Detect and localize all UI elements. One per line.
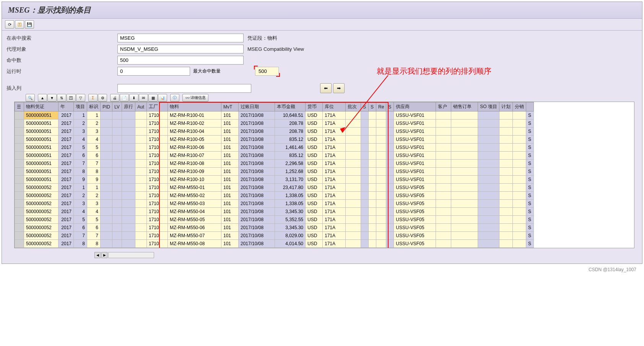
cell: USSU-VSF05: [394, 192, 436, 200]
proxy-input[interactable]: [117, 45, 244, 53]
filter-icon[interactable]: ▽: [76, 94, 85, 102]
row-selector[interactable]: [15, 112, 24, 120]
export-icon[interactable]: 📄: [120, 94, 129, 102]
col-header[interactable]: 标识: [87, 102, 101, 112]
table-row[interactable]: 50000000512017331710MZ-RM-R100-041012017…: [15, 128, 534, 136]
max-hit-value[interactable]: 500: [255, 67, 279, 76]
detail-button[interactable]: 👓 详细信息: [182, 94, 208, 102]
col-header[interactable]: 货币: [306, 102, 323, 112]
row-selector[interactable]: [15, 152, 24, 160]
col-header[interactable]: 客户: [436, 102, 451, 112]
row-selector[interactable]: [15, 192, 24, 200]
row-selector[interactable]: [15, 168, 24, 176]
row-selector[interactable]: [15, 200, 24, 208]
row-selector[interactable]: [15, 160, 24, 168]
col-header[interactable]: 年: [59, 102, 74, 112]
save-icon[interactable]: 💾: [25, 20, 34, 29]
scroll-right-icon[interactable]: ▶: [101, 252, 107, 258]
col-header[interactable]: SO 项目: [478, 102, 499, 112]
cell: [451, 152, 478, 160]
info-icon[interactable]: ⓘ: [170, 94, 179, 102]
insert-input[interactable]: [117, 84, 251, 93]
table-row[interactable]: 50000000512017881710MZ-RM-R100-091012017…: [15, 168, 534, 176]
col-header[interactable]: 物料凭证: [24, 102, 59, 112]
table-row[interactable]: 50000000522017111710MZ-RM-M550-011012017…: [15, 184, 534, 192]
row-selector[interactable]: [15, 136, 24, 144]
col-header[interactable]: [526, 102, 534, 112]
table-row[interactable]: 50000000522017881710MZ-RM-M550-081012017…: [15, 240, 534, 248]
col-header[interactable]: 过账日期: [239, 102, 275, 112]
cell: [112, 208, 122, 216]
table-row[interactable]: 50000000512017441710MZ-RM-R100-051012017…: [15, 136, 534, 144]
col-header[interactable]: PID: [101, 102, 112, 112]
scroll-left-icon[interactable]: ◀: [94, 252, 101, 258]
col-header[interactable]: 批次: [346, 102, 361, 112]
col-header[interactable]: 分销: [513, 102, 526, 112]
horizontal-scrollbar[interactable]: ◀ ▶: [7, 251, 637, 260]
table-row[interactable]: 50000000512017991710MZ-RM-R100-101012017…: [15, 176, 534, 184]
runtime-input[interactable]: [117, 67, 190, 76]
graph-icon[interactable]: 📊: [158, 94, 167, 102]
find-icon[interactable]: 🔍: [26, 94, 35, 102]
row-selector[interactable]: [15, 120, 24, 128]
col-header[interactable]: 库位: [323, 102, 346, 112]
insert-col-right-icon[interactable]: ➡: [333, 83, 345, 93]
table-row[interactable]: 50000000512017221710MZ-RM-R100-021012017…: [15, 120, 534, 128]
col-header[interactable]: 原行: [122, 102, 135, 112]
sort-asc-icon[interactable]: ▲: [38, 94, 47, 102]
row-selector[interactable]: [15, 144, 24, 152]
row-selector[interactable]: [15, 216, 24, 224]
sort-desc-icon[interactable]: ▼: [47, 94, 57, 102]
table-row[interactable]: 50000000522017331710MZ-RM-M550-031012017…: [15, 200, 534, 208]
col-header[interactable]: 供应商: [394, 102, 436, 112]
col-header[interactable]: S: [361, 102, 369, 112]
sum-icon[interactable]: Σ: [88, 94, 98, 102]
col-header[interactable]: Re: [376, 102, 386, 112]
col-header[interactable]: S: [386, 102, 394, 112]
table-row[interactable]: 50000000522017771710MZ-RM-M550-071012017…: [15, 232, 534, 240]
row-selector[interactable]: [15, 240, 24, 248]
hits-input[interactable]: [117, 56, 244, 65]
mail-icon[interactable]: ✉: [139, 94, 148, 102]
cell: [436, 160, 451, 168]
table-row[interactable]: 50000000522017661710MZ-RM-M550-061012017…: [15, 224, 534, 232]
sort-icon[interactable]: ⇅: [57, 94, 66, 102]
table-row[interactable]: 50000000522017551710MZ-RM-M550-051012017…: [15, 216, 534, 224]
table-row[interactable]: 50000000522017441710MZ-RM-M550-041012017…: [15, 208, 534, 216]
col-header[interactable]: 项目: [74, 102, 87, 112]
row-selector[interactable]: [15, 184, 24, 192]
insert-col-left-icon[interactable]: ⬅: [320, 83, 332, 93]
col-header[interactable]: S: [369, 102, 376, 112]
select-all-header[interactable]: ☰: [15, 102, 24, 112]
col-header[interactable]: MvT: [221, 102, 239, 112]
col-header[interactable]: 计划: [499, 102, 513, 112]
row-selector[interactable]: [15, 208, 24, 216]
col-header[interactable]: 工厂: [147, 102, 168, 112]
row-selector[interactable]: [15, 176, 24, 184]
col-header[interactable]: 销售订单: [451, 102, 478, 112]
print-icon[interactable]: 🖨: [110, 94, 119, 102]
key-icon[interactable]: ⚿: [15, 20, 24, 29]
layout-icon[interactable]: ▦: [148, 94, 158, 102]
table-row[interactable]: 50000000522017221710MZ-RM-M550-021012017…: [15, 192, 534, 200]
row-selector[interactable]: [15, 128, 24, 136]
cell: USSU-VSF01: [394, 136, 436, 144]
cell: MZ-RM-R100-04: [168, 128, 221, 136]
download-icon[interactable]: ⬇: [129, 94, 138, 102]
subtotal-icon[interactable]: ⚙: [98, 94, 107, 102]
row-selector[interactable]: [15, 224, 24, 232]
refresh-icon[interactable]: ⟳: [5, 20, 14, 29]
table-row[interactable]: 50000000512017661710MZ-RM-R100-071012017…: [15, 152, 534, 160]
table-row[interactable]: 50000000512017551710MZ-RM-R100-061012017…: [15, 144, 534, 152]
cell: [112, 176, 122, 184]
col-header[interactable]: 物料: [168, 102, 221, 112]
col-header[interactable]: Aut: [135, 102, 147, 112]
col-header[interactable]: LV: [112, 102, 122, 112]
col-header[interactable]: 本币金额: [275, 102, 306, 112]
row-selector[interactable]: [15, 232, 24, 240]
table-row[interactable]: 50000000512017111710MZ-RM-R100-011012017…: [15, 112, 534, 120]
data-table-wrap[interactable]: ☰物料凭证年项目标识PIDLV原行Aut工厂物料MvT过账日期本币金额货币库位批…: [14, 102, 634, 248]
key-toggle-icon[interactable]: ⚿: [67, 94, 76, 102]
table-row[interactable]: 50000000512017771710MZ-RM-R100-081012017…: [15, 160, 534, 168]
search-input[interactable]: [117, 34, 244, 42]
